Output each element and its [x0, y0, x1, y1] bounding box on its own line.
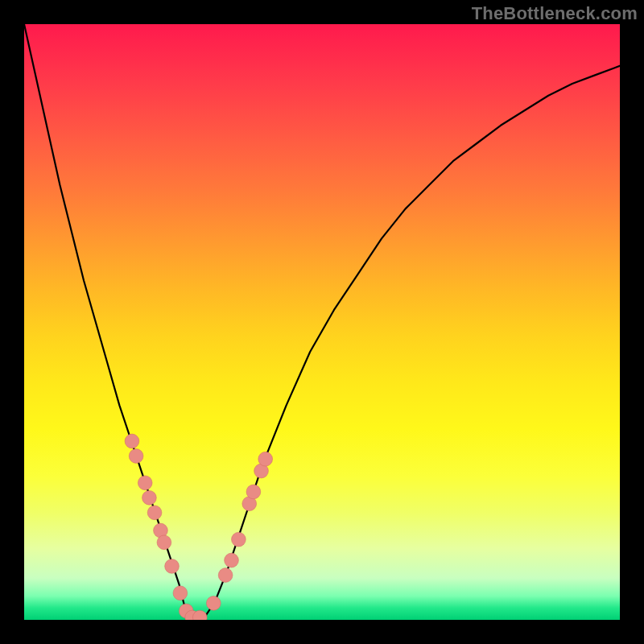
chart-frame: TheBottleneck.com [0, 0, 644, 644]
data-marker [147, 506, 162, 520]
plot-area [24, 24, 620, 620]
data-marker [157, 535, 171, 550]
data-marker [218, 568, 233, 583]
data-marker [138, 476, 152, 490]
data-marker [206, 596, 221, 610]
data-marker [225, 553, 239, 568]
data-marker [129, 449, 143, 464]
curve-path [24, 24, 620, 620]
data-marker [246, 485, 261, 499]
data-marker [165, 559, 180, 574]
data-marker [173, 586, 188, 601]
data-marker [125, 434, 139, 448]
data-marker [142, 490, 157, 505]
data-marker [258, 452, 273, 466]
watermark-text: TheBottleneck.com [472, 3, 638, 24]
bottleneck-curve-svg [24, 24, 620, 620]
data-marker [232, 532, 246, 547]
